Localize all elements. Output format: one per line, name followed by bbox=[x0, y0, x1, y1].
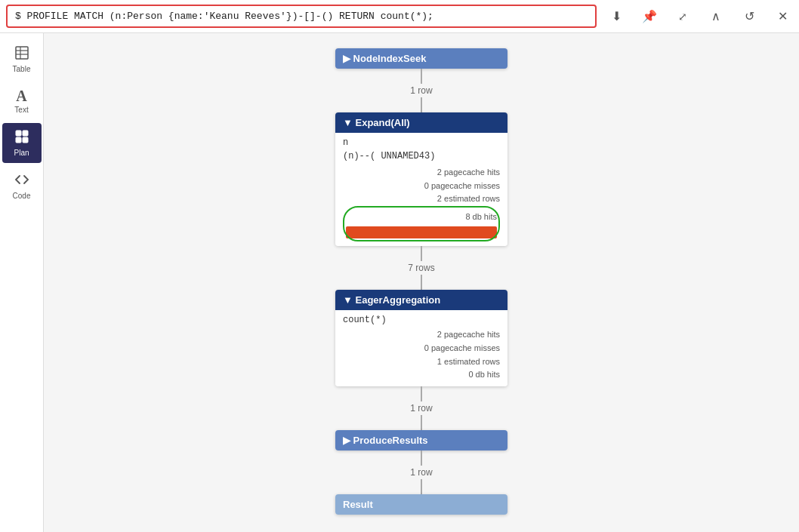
connector-2: 7 rows bbox=[408, 246, 434, 290]
v-label-2: 7 rows bbox=[408, 263, 434, 273]
refresh-button[interactable]: ↺ bbox=[739, 6, 760, 27]
plan-canvas: ▶ NodeIndexSeek 1 row ▼ Expand(All) n (n… bbox=[270, 48, 572, 517]
eager-aggregation-body: count(*) 2 pagecache hits 0 pagecache mi… bbox=[335, 310, 507, 386]
sidebar: Table A Text Plan bbox=[0, 33, 44, 532]
sidebar-item-table[interactable]: Table bbox=[2, 39, 42, 79]
chevron-up-button[interactable]: ∧ bbox=[705, 6, 727, 27]
download-button[interactable]: ⬇ bbox=[606, 6, 627, 27]
expand-icon: ⤢ bbox=[678, 11, 687, 23]
svg-rect-0 bbox=[16, 47, 28, 59]
result-node[interactable]: Result bbox=[335, 494, 507, 515]
v-label-4: 1 row bbox=[410, 467, 432, 478]
connector-1: 1 row bbox=[410, 69, 432, 112]
db-hits-highlight-wrapper: 8 db hits bbox=[343, 206, 500, 242]
stat-pagecache-hits-1: 2 pagecache hits bbox=[343, 166, 500, 180]
sidebar-item-code[interactable]: Code bbox=[2, 166, 42, 206]
produce-results-header: ▶ ProduceResults bbox=[335, 430, 507, 451]
v-line-3b bbox=[421, 415, 422, 430]
svg-rect-5 bbox=[23, 131, 28, 136]
stat-estimated-rows-1: 2 estimated rows bbox=[343, 192, 500, 206]
eager-aggregation-header: ▼ EagerAggregation bbox=[335, 290, 507, 310]
v-line-3 bbox=[421, 386, 422, 401]
v-line-4b bbox=[421, 479, 422, 494]
v-line-1b bbox=[421, 97, 422, 112]
top-bar: ⬇ 📌 ⤢ ∧ ↺ ✕ bbox=[0, 0, 799, 33]
sidebar-item-code-label: Code bbox=[13, 192, 31, 200]
db-hits-text: 8 db hits bbox=[465, 211, 497, 224]
connector-4: 1 row bbox=[410, 451, 432, 494]
result-title: Result bbox=[343, 499, 373, 510]
stat-pagecache-misses-2: 0 pagecache misses bbox=[343, 342, 500, 355]
sidebar-item-text[interactable]: A Text bbox=[2, 82, 42, 120]
eager-aggregation-title: ▼ EagerAggregation bbox=[343, 294, 440, 306]
sidebar-item-plan[interactable]: Plan bbox=[2, 123, 42, 163]
produce-results-node[interactable]: ▶ ProduceResults bbox=[335, 430, 507, 451]
close-icon: ✕ bbox=[778, 9, 788, 23]
query-input[interactable] bbox=[6, 5, 597, 28]
stat-pagecache-misses-1: 0 pagecache misses bbox=[343, 180, 500, 193]
eager-aggregation-node[interactable]: ▼ EagerAggregation count(*) 2 pagecache … bbox=[335, 290, 507, 386]
v-label-1: 1 row bbox=[410, 85, 432, 96]
table-icon bbox=[14, 45, 29, 63]
svg-rect-4 bbox=[16, 131, 21, 136]
expand-all-var: n bbox=[343, 137, 500, 148]
v-line-4 bbox=[421, 451, 422, 466]
close-button[interactable]: ✕ bbox=[772, 6, 793, 27]
result-header: Result bbox=[335, 494, 507, 515]
node-index-seek-title: ▶ NodeIndexSeek bbox=[343, 53, 426, 64]
v-line-1 bbox=[421, 69, 422, 84]
expand-all-title: ▼ Expand(All) bbox=[343, 117, 410, 128]
produce-results-title: ▶ ProduceResults bbox=[343, 435, 428, 446]
plan-icon bbox=[14, 129, 29, 146]
content-area: ▶ NodeIndexSeek 1 row ▼ Expand(All) n (n… bbox=[44, 33, 799, 532]
stat-db-hits-2: 0 db hits bbox=[343, 368, 500, 382]
refresh-icon: ↺ bbox=[745, 9, 754, 23]
node-index-seek[interactable]: ▶ NodeIndexSeek bbox=[335, 48, 507, 69]
node-index-seek-header: ▶ NodeIndexSeek bbox=[335, 48, 507, 69]
v-line-2b bbox=[421, 275, 422, 290]
db-hits-row: 8 db hits bbox=[346, 211, 497, 224]
expand-all-pattern: (n)--( UNNAMED43) bbox=[343, 151, 500, 161]
sidebar-item-text-label: Text bbox=[14, 106, 28, 114]
sidebar-item-table-label: Table bbox=[13, 65, 31, 73]
text-icon: A bbox=[16, 88, 26, 103]
code-icon bbox=[14, 172, 29, 189]
connector-3: 1 row bbox=[410, 386, 432, 430]
svg-rect-6 bbox=[16, 137, 21, 143]
expand-all-stats: 2 pagecache hits 0 pagecache misses 2 es… bbox=[343, 166, 500, 241]
expand-button[interactable]: ⤢ bbox=[672, 6, 693, 27]
expand-all-header: ▼ Expand(All) bbox=[335, 112, 507, 133]
pin-icon: 📌 bbox=[642, 9, 657, 23]
expand-all-body: n (n)--( UNNAMED43) 2 pagecache hits 0 p… bbox=[335, 133, 507, 246]
svg-rect-7 bbox=[23, 137, 28, 143]
expand-all-node[interactable]: ▼ Expand(All) n (n)--( UNNAMED43) 2 page… bbox=[335, 112, 507, 246]
main: Table A Text Plan bbox=[0, 33, 799, 532]
stat-estimated-rows-2: 1 estimated rows bbox=[343, 355, 500, 369]
chevron-up-icon: ∧ bbox=[711, 9, 720, 23]
stat-pagecache-hits-2: 2 pagecache hits bbox=[343, 328, 500, 342]
download-icon: ⬇ bbox=[612, 9, 622, 23]
top-icons: ⬇ 📌 ⤢ ∧ ↺ ✕ bbox=[606, 6, 793, 27]
pin-button[interactable]: 📌 bbox=[639, 6, 660, 27]
v-label-3: 1 row bbox=[410, 403, 432, 414]
sidebar-item-plan-label: Plan bbox=[14, 149, 29, 157]
db-hits-bar bbox=[346, 226, 497, 238]
v-line-2 bbox=[421, 246, 422, 261]
eager-aggregation-stats: 2 pagecache hits 0 pagecache misses 1 es… bbox=[343, 328, 500, 381]
eager-aggregation-var: count(*) bbox=[343, 315, 500, 325]
